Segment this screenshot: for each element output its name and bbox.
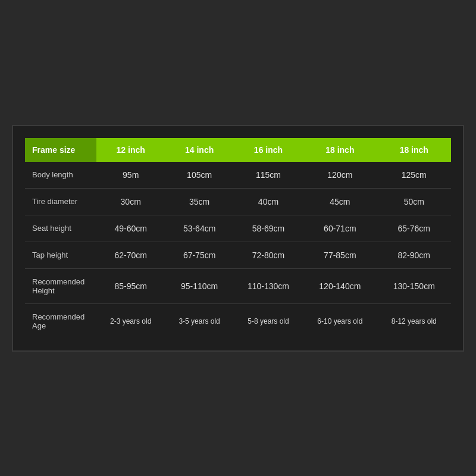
cell-2-1: 53-64cm	[165, 215, 233, 242]
header-row: Frame size 12 inch 14 inch 16 inch 18 in…	[25, 138, 451, 162]
cell-1-4: 50cm	[377, 188, 451, 215]
cell-0-2: 115cm	[234, 162, 303, 189]
cell-5-3: 6-10 years old	[303, 303, 377, 339]
table-row: Body length95m105cm115cm120cm125cm	[25, 162, 451, 189]
row-label-0: Body length	[25, 162, 96, 189]
col-header-4: 18 inch	[377, 138, 451, 162]
cell-5-0: 2-3 years old	[96, 303, 165, 339]
cell-4-0: 85-95cm	[96, 268, 165, 303]
outer-container: Frame size 12 inch 14 inch 16 inch 18 in…	[12, 125, 464, 352]
col-header-2: 16 inch	[234, 138, 303, 162]
row-label-2: Seat height	[25, 215, 96, 242]
cell-5-4: 8-12 years old	[377, 303, 451, 339]
col-header-1: 14 inch	[165, 138, 233, 162]
table-row: Seat height49-60cm53-64cm58-69cm60-71cm6…	[25, 215, 451, 242]
cell-4-3: 120-140cm	[303, 268, 377, 303]
cell-4-2: 110-130cm	[234, 268, 303, 303]
cell-1-3: 45cm	[303, 188, 377, 215]
cell-4-4: 130-150cm	[377, 268, 451, 303]
cell-3-4: 82-90cm	[377, 242, 451, 268]
cell-3-2: 72-80cm	[234, 242, 303, 268]
cell-0-0: 95m	[96, 162, 165, 189]
table-wrapper: Frame size 12 inch 14 inch 16 inch 18 in…	[25, 138, 451, 339]
table-body: Body length95m105cm115cm120cm125cmTire d…	[25, 162, 451, 339]
cell-1-0: 30cm	[96, 188, 165, 215]
table-row: Recommended Age2-3 years old3-5 years ol…	[25, 303, 451, 339]
cell-2-2: 58-69cm	[234, 215, 303, 242]
col-header-0: 12 inch	[96, 138, 165, 162]
cell-3-3: 77-85cm	[303, 242, 377, 268]
cell-0-3: 120cm	[303, 162, 377, 189]
cell-5-2: 5-8 years old	[234, 303, 303, 339]
row-label-5: Recommended Age	[25, 303, 96, 339]
row-label-1: Tire diameter	[25, 188, 96, 215]
size-chart-table: Frame size 12 inch 14 inch 16 inch 18 in…	[25, 138, 451, 339]
cell-1-1: 35cm	[165, 188, 233, 215]
col-header-3: 18 inch	[303, 138, 377, 162]
frame-size-header: Frame size	[25, 138, 96, 162]
cell-4-1: 95-110cm	[165, 268, 233, 303]
table-row: Tap height62-70cm67-75cm72-80cm77-85cm82…	[25, 242, 451, 268]
row-label-3: Tap height	[25, 242, 96, 268]
cell-3-1: 67-75cm	[165, 242, 233, 268]
cell-2-0: 49-60cm	[96, 215, 165, 242]
cell-5-1: 3-5 years old	[165, 303, 233, 339]
table-row: Tire diameter30cm35cm40cm45cm50cm	[25, 188, 451, 215]
cell-1-2: 40cm	[234, 188, 303, 215]
cell-0-4: 125cm	[377, 162, 451, 189]
cell-3-0: 62-70cm	[96, 242, 165, 268]
row-label-4: Recommended Height	[25, 268, 96, 303]
table-row: Recommended Height85-95cm95-110cm110-130…	[25, 268, 451, 303]
cell-0-1: 105cm	[165, 162, 233, 189]
cell-2-3: 60-71cm	[303, 215, 377, 242]
cell-2-4: 65-76cm	[377, 215, 451, 242]
